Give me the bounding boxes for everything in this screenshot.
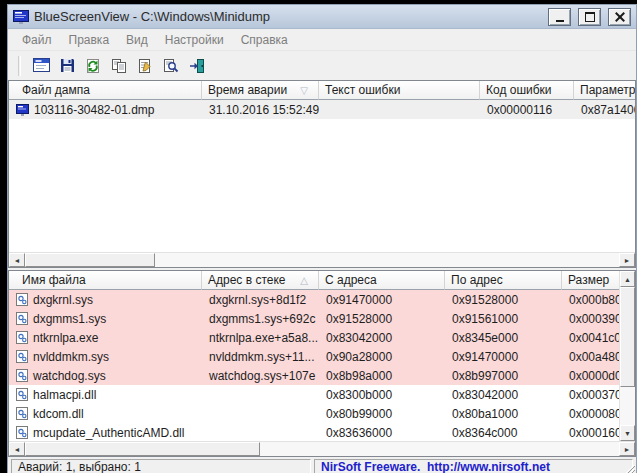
column-header-stack-address[interactable]: Адрес в стеке△ <box>202 271 319 290</box>
column-header-to-address[interactable]: По адрес <box>445 271 562 290</box>
maximize-button[interactable] <box>578 8 601 26</box>
to-address-value: 0x91470000 <box>445 350 562 364</box>
driver-row[interactable]: watchdog.syswatchdog.sys+107e0x8b98a0000… <box>9 366 619 385</box>
lower-horizontal-scrollbar[interactable]: ◄ ► <box>9 441 635 456</box>
driver-file-icon <box>16 369 28 382</box>
copy-button[interactable] <box>107 54 131 78</box>
save-icon <box>60 58 75 73</box>
to-address-value: 0x8345e000 <box>445 331 562 345</box>
sort-asc-icon: △ <box>300 275 308 286</box>
crash-time-value: 31.10.2016 15:52:49 <box>202 103 319 117</box>
stack-address-value: ntkrnlpa.exe+a5a8... <box>202 331 319 345</box>
driver-row[interactable]: dxgkrnl.sysdxgkrnl.sys+8d1f20x914700000x… <box>9 290 619 309</box>
menu-options[interactable]: Настройки <box>157 31 232 49</box>
refresh-icon <box>85 58 101 74</box>
lower-vertical-scrollbar[interactable]: ▲ ▼ <box>619 271 635 441</box>
properties-window-icon <box>33 58 50 73</box>
scroll-down-button[interactable]: ▼ <box>620 425 635 441</box>
properties-icon <box>137 58 153 74</box>
menu-bar: Файл Правка Вид Настройки Справка <box>8 29 636 50</box>
menu-file[interactable]: Файл <box>14 31 60 49</box>
exit-button[interactable] <box>185 54 209 78</box>
find-button[interactable] <box>159 54 183 78</box>
from-address-value: 0x91470000 <box>319 293 445 307</box>
column-header-from-address[interactable]: С адреса <box>319 271 445 290</box>
driver-file-name: nvlddmkm.sys <box>33 350 109 364</box>
dump-list-header: Файл дампа Время аварии▽ Текст ошибки Ко… <box>9 81 635 100</box>
driver-file-icon <box>16 312 28 325</box>
driver-file-name: ntkrnlpa.exe <box>33 331 98 345</box>
find-icon <box>163 58 179 74</box>
from-address-value: 0x8b98a000 <box>319 369 445 383</box>
stack-address-value: dxgkrnl.sys+8d1f2 <box>202 293 319 307</box>
driver-row[interactable]: halmacpi.dll0x8300b0000x830420000x000370… <box>9 385 619 404</box>
column-header-bug-check-string[interactable]: Текст ошибки <box>319 81 480 100</box>
resize-grip[interactable] <box>622 463 635 473</box>
to-address-value: 0x91528000 <box>445 293 562 307</box>
driver-row[interactable]: ntkrnlpa.exentkrnlpa.exe+a5a8...0x830420… <box>9 328 619 347</box>
driver-file-icon <box>16 293 28 306</box>
properties-button[interactable] <box>133 54 157 78</box>
title-bar[interactable]: BlueScreenView - C:\Windows\Minidump <box>8 5 636 29</box>
driver-list-header: Имя файла Адрес в стеке△ С адреса По адр… <box>9 271 619 290</box>
menu-view[interactable]: Вид <box>118 31 156 49</box>
dump-row[interactable]: 103116-30482-01.dmp 31.10.2016 15:52:49 … <box>9 100 635 119</box>
column-header-parameter1[interactable]: Параметр <box>574 81 635 100</box>
dump-file-name: 103116-30482-01.dmp <box>34 103 155 117</box>
status-nirsoft-link[interactable]: NirSoft Freeware. http://www.nirsoft.net <box>314 459 633 473</box>
scroll-left-button[interactable]: ◄ <box>9 442 25 456</box>
column-header-dump-file[interactable]: Файл дампа <box>9 81 202 100</box>
from-address-value: 0x83636000 <box>319 426 445 440</box>
status-bar: Аварий: 1, выбрано: 1 NirSoft Freeware. … <box>8 457 636 473</box>
copy-icon <box>111 58 127 74</box>
scroll-up-button[interactable]: ▲ <box>620 271 635 287</box>
sort-desc-icon: ▽ <box>300 85 308 96</box>
driver-file-name: watchdog.sys <box>33 369 106 383</box>
scroll-right-button[interactable]: ► <box>619 442 635 456</box>
minimize-button[interactable] <box>548 8 571 26</box>
status-crash-count: Аварий: 1, выбрано: 1 <box>11 459 311 473</box>
driver-file-icon <box>16 426 28 439</box>
size-value: 0x00a48000 <box>562 350 619 364</box>
stack-address-value: nvlddmkm.sys+11... <box>202 350 319 364</box>
from-address-value: 0x91528000 <box>319 312 445 326</box>
exit-icon <box>189 58 205 74</box>
lower-hscroll-thumb[interactable] <box>25 442 260 456</box>
column-header-crash-time[interactable]: Время аварии▽ <box>202 81 319 100</box>
refresh-button[interactable] <box>81 54 105 78</box>
upper-horizontal-scrollbar[interactable]: ◄ ► <box>9 252 635 267</box>
to-address-value: 0x8b997000 <box>445 369 562 383</box>
properties-window-button[interactable] <box>29 54 53 78</box>
to-address-value: 0x83042000 <box>445 388 562 402</box>
driver-row[interactable]: mcupdate_AuthenticAMD.dll0x836360000x836… <box>9 423 619 441</box>
driver-row[interactable]: kdcom.dll0x80b990000x80ba10000x00008000 <box>9 404 619 423</box>
lower-vscroll-thumb[interactable] <box>620 287 635 387</box>
driver-row[interactable]: nvlddmkm.sysnvlddmkm.sys+11...0x90a28000… <box>9 347 619 366</box>
save-button[interactable] <box>55 54 79 78</box>
driver-row[interactable]: dxgmms1.sysdxgmms1.sys+692c0x915280000x9… <box>9 309 619 328</box>
driver-list-pane: Имя файла Адрес в стеке△ С адреса По адр… <box>8 270 636 457</box>
driver-file-icon <box>16 388 28 401</box>
close-icon <box>615 12 625 22</box>
from-address-value: 0x8300b000 <box>319 388 445 402</box>
close-button[interactable] <box>608 8 631 26</box>
size-value: 0x0000d000 <box>562 369 619 383</box>
driver-file-icon <box>16 350 28 363</box>
from-address-value: 0x83042000 <box>319 331 445 345</box>
column-header-size[interactable]: Размер <box>562 271 619 290</box>
scroll-right-button[interactable]: ► <box>619 253 635 267</box>
scroll-left-button[interactable]: ◄ <box>9 253 25 267</box>
minimize-icon <box>556 20 564 22</box>
menu-help[interactable]: Справка <box>233 31 296 49</box>
column-header-filename[interactable]: Имя файла <box>9 271 202 290</box>
desktop: { "window": { "title": "BlueScreenView -… <box>0 0 637 473</box>
dump-file-icon <box>16 104 29 116</box>
maximize-icon <box>585 12 595 22</box>
menu-edit[interactable]: Правка <box>61 31 118 49</box>
size-value: 0x00039000 <box>562 312 619 326</box>
driver-file-name: halmacpi.dll <box>33 388 96 402</box>
column-header-bug-check-code[interactable]: Код ошибки <box>480 81 574 100</box>
upper-hscroll-thumb[interactable] <box>25 253 155 267</box>
driver-file-name: dxgkrnl.sys <box>33 293 93 307</box>
dump-list-pane: Файл дампа Время аварии▽ Текст ошибки Ко… <box>8 80 636 268</box>
